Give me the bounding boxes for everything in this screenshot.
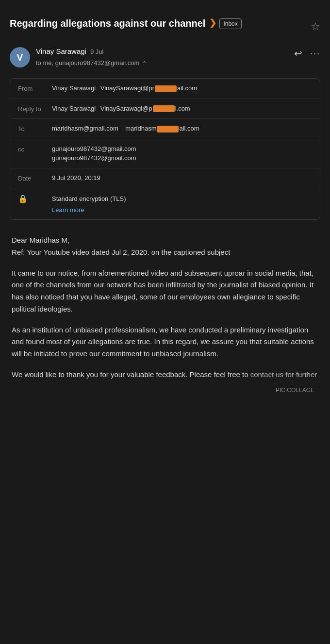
sender-to-text: to me, gunajouro987432@gmail.com <box>36 59 139 66</box>
reply-to-prefix: VinaySarawagi@p <box>100 105 152 112</box>
subject-row: Regarding allegations against our channe… <box>8 8 322 41</box>
reply-to-redacted <box>153 105 175 112</box>
para2: As an institution of unbiased profession… <box>12 324 318 360</box>
sender-info: Vinay Sarawagi 9 Jul to me, gunajouro987… <box>36 46 289 67</box>
lock-icon: 🔒 <box>18 193 52 205</box>
to-row: To maridhasm@gmail.com maridhasmail.com <box>10 119 320 139</box>
reply-to-label: Reply to <box>18 104 52 114</box>
inbox-badge[interactable]: Inbox <box>219 18 241 29</box>
to-label: To <box>18 124 52 134</box>
reply-to-suffix: l.com <box>175 105 190 112</box>
greeting-text: Dear Maridhas M, <box>12 236 69 244</box>
from-label: From <box>18 83 52 94</box>
to-email2-redacted <box>157 126 179 132</box>
greeting-para: Dear Maridhas M, Ref: Your Youtube video… <box>12 234 318 259</box>
sender-date: 9 Jul <box>90 47 103 57</box>
para1: It came to our notice, from aforemention… <box>12 267 318 315</box>
from-email-prefix: VinaySarawagi@pr <box>100 84 154 92</box>
ref-text: Ref: Your Youtube video dated Jul 2, 202… <box>12 248 230 256</box>
sender-to-line: to me, gunajouro987432@gmail.com ^ <box>36 58 289 68</box>
to-email2-prefix: maridhasm <box>125 125 156 132</box>
cc-value: gunajouro987432@gmail.com gunajouro98743… <box>52 144 312 163</box>
to-email2-suffix: ail.com <box>179 125 199 132</box>
reply-to-name: Vinay Sarawagi <box>52 105 96 112</box>
date-value: 9 Jul 2020, 20:19 <box>52 173 312 183</box>
para3-start: We would like to thank you for your valu… <box>12 370 248 379</box>
sender-actions: ↩ ··· <box>294 46 320 61</box>
subject-title: Regarding allegations against our channe… <box>10 17 205 30</box>
sender-section: V Vinay Sarawagi 9 Jul to me, gunajouro9… <box>8 41 322 74</box>
to-value: maridhasm@gmail.com maridhasmail.com <box>52 124 312 133</box>
chevron-icon: ❯ <box>209 17 216 30</box>
para3: We would like to thank you for your valu… <box>12 369 318 381</box>
from-row: From Vinay Sarawagi VinaySarawagi@prail.… <box>10 79 320 99</box>
to-email1: maridhasm@gmail.com <box>52 125 118 132</box>
from-email-suffix: ail.com <box>177 84 197 92</box>
cc-row: cc gunajouro987432@gmail.com gunajouro98… <box>10 139 320 168</box>
date-label: Date <box>18 173 52 183</box>
from-value: Vinay Sarawagi VinaySarawagi@prail.com <box>52 83 312 93</box>
cc-email1: gunajouro987432@gmail.com <box>52 144 312 154</box>
reply-icon[interactable]: ↩ <box>294 46 302 61</box>
encryption-info: Standard encryption (TLS) Learn more <box>52 193 126 215</box>
pic-collage-watermark: PIC·COLLAGE <box>12 386 318 396</box>
encryption-row: 🔒 Standard encryption (TLS) Learn more <box>10 188 320 219</box>
sender-name[interactable]: Vinay Sarawagi <box>36 46 86 57</box>
details-card: From Vinay Sarawagi VinaySarawagi@prail.… <box>10 78 320 220</box>
date-row: Date 9 Jul 2020, 20:19 <box>10 168 320 189</box>
email-container: Regarding allegations against our channe… <box>0 0 330 410</box>
email-body: Dear Maridhas M, Ref: Your Youtube video… <box>8 230 322 410</box>
from-name: Vinay Sarawagi <box>52 84 96 92</box>
learn-more-link[interactable]: Learn more <box>52 205 126 215</box>
para3-strikethrough: contact us for further <box>250 370 317 379</box>
more-icon[interactable]: ··· <box>310 47 320 60</box>
reply-to-value: Vinay Sarawagi VinaySarawagi@pl.com <box>52 104 312 114</box>
cc-email2: gunajouro987432@gmail.com <box>52 153 312 163</box>
sender-name-row: Vinay Sarawagi 9 Jul <box>36 46 289 57</box>
avatar: V <box>10 47 30 67</box>
reply-to-row: Reply to Vinay Sarawagi VinaySarawagi@pl… <box>10 99 320 119</box>
star-icon[interactable]: ☆ <box>311 18 320 34</box>
encryption-text: Standard encryption (TLS) <box>52 195 126 202</box>
cc-label: cc <box>18 144 52 154</box>
subject-left: Regarding allegations against our channe… <box>10 17 306 30</box>
from-email-redacted <box>155 85 177 92</box>
expand-icon[interactable]: ^ <box>143 60 146 66</box>
